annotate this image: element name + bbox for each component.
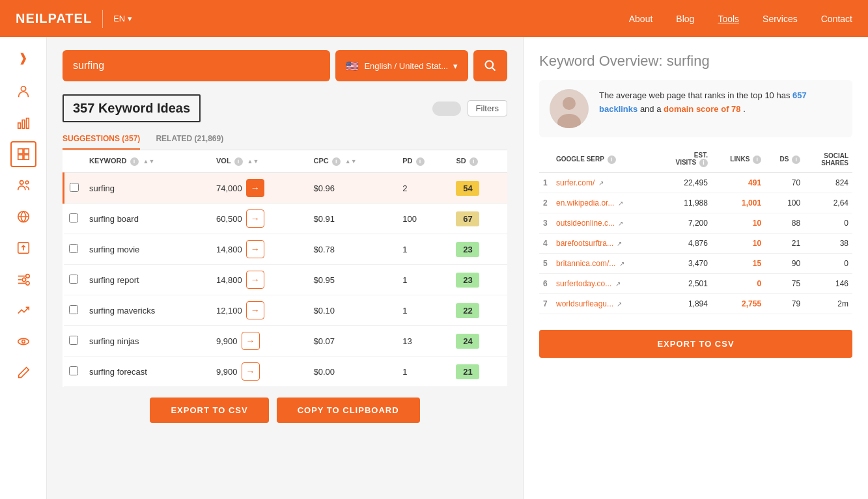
nav-tools[interactable]: Tools xyxy=(718,14,739,24)
sidebar-collapse-btn[interactable]: ❱ xyxy=(13,47,34,68)
col-vol: VOL i ▲▼ xyxy=(211,150,308,173)
row-checkbox-cell xyxy=(64,326,85,357)
keyword-link-btn[interactable]: → xyxy=(246,301,264,319)
row-checkbox-cell xyxy=(64,357,85,387)
row-checkbox[interactable] xyxy=(69,244,78,253)
nav-services[interactable]: Services xyxy=(763,14,798,24)
serp-row: 2 en.wikipedia.or... ↗ 11,988 1,001 100 … xyxy=(539,193,852,213)
table-row: surfing board 60,500 → $0.91 100 67 xyxy=(64,204,508,234)
sidebar-icon-pencil[interactable] xyxy=(10,360,36,386)
search-input[interactable] xyxy=(73,60,320,72)
nav-divider xyxy=(102,10,103,28)
serp-col-visits: EST.VISITS i xyxy=(656,148,711,173)
right-export-csv-btn[interactable]: EXPORT TO CSV xyxy=(539,330,852,358)
svg-point-8 xyxy=(20,181,23,185)
logo: NEILPATEL xyxy=(16,11,92,26)
right-export-row: EXPORT TO CSV xyxy=(539,325,852,358)
col-keyword: KEYWORD i ▲▼ xyxy=(84,150,211,173)
svg-point-17 xyxy=(25,282,29,286)
sidebar-icon-person[interactable] xyxy=(10,79,36,105)
row-keyword: surfing board xyxy=(84,204,211,234)
col-pd: PD i xyxy=(397,150,451,173)
row-keyword: surfing mavericks xyxy=(84,295,211,326)
sidebar-icon-chart[interactable] xyxy=(10,110,36,136)
sidebar-icon-grid[interactable] xyxy=(10,141,36,167)
row-keyword: surfing movie xyxy=(84,234,211,265)
serp-col-google: GOOGLE SERP i xyxy=(552,148,656,173)
table-row: surfing mavericks 12,100 → $0.10 1 22 xyxy=(64,295,508,326)
serp-site-link[interactable]: outsideonline.c... xyxy=(556,219,615,228)
search-bar: 🇺🇸 English / United Stat... ▾ xyxy=(63,50,507,81)
sidebar-icon-users[interactable] xyxy=(10,172,36,198)
serp-site-link[interactable]: worldsurfleagu... xyxy=(556,299,613,308)
serp-site-link[interactable]: en.wikipedia.or... xyxy=(556,198,614,208)
row-checkbox[interactable] xyxy=(70,183,79,192)
svg-point-13 xyxy=(25,275,29,278)
svg-point-18 xyxy=(18,338,29,344)
serp-col-shares: SOCIALSHARES xyxy=(804,148,852,173)
copy-clipboard-btn[interactable]: COPY TO CLIPBOARD xyxy=(277,398,420,423)
keyword-link-btn[interactable]: → xyxy=(246,209,264,228)
keyword-link-btn[interactable]: → xyxy=(242,332,260,350)
nav-about[interactable]: About xyxy=(629,14,653,24)
serp-site-link[interactable]: surfertoday.co... xyxy=(556,279,611,288)
svg-point-20 xyxy=(486,61,494,69)
tab-suggestions[interactable]: SUGGESTIONS (357) xyxy=(63,130,140,150)
sidebar-icon-search-list[interactable] xyxy=(10,266,36,292)
svg-rect-2 xyxy=(22,120,25,128)
serp-row: 1 surfer.com/ ↗ 22,495 491 70 824 xyxy=(539,173,852,193)
overview-card: The average web page that ranks in the t… xyxy=(539,80,852,137)
search-input-wrap xyxy=(63,50,330,81)
keyword-link-btn[interactable]: → xyxy=(246,179,264,197)
sidebar-icon-eye[interactable] xyxy=(10,329,36,355)
nav-contact[interactable]: Contact xyxy=(821,14,852,24)
tab-related[interactable]: RELATED (21,869) xyxy=(156,130,223,150)
row-checkbox-cell xyxy=(64,234,85,265)
keyword-table: KEYWORD i ▲▼ VOL i ▲▼ CPC i ▲▼ PD i xyxy=(63,150,507,387)
row-checkbox[interactable] xyxy=(69,336,78,345)
search-button[interactable] xyxy=(473,50,507,81)
svg-rect-5 xyxy=(23,149,28,154)
table-row: surfing report 14,800 → $0.95 1 23 xyxy=(64,265,508,295)
filters-button[interactable]: Filters xyxy=(468,100,507,116)
overview-text: The average web page that ranks in the t… xyxy=(599,89,842,116)
row-checkbox[interactable] xyxy=(69,366,78,375)
row-checkbox[interactable] xyxy=(69,213,78,223)
row-checkbox-cell xyxy=(64,295,85,326)
svg-point-23 xyxy=(563,97,576,110)
col-sd: SD i xyxy=(451,150,507,173)
export-row: EXPORT TO CSV COPY TO CLIPBOARD xyxy=(63,387,507,433)
svg-rect-1 xyxy=(18,123,20,128)
content-area: 🇺🇸 English / United Stat... ▾ 357 Keywor… xyxy=(47,37,523,499)
svg-point-15 xyxy=(22,278,26,282)
row-checkbox[interactable] xyxy=(69,275,78,284)
main-layout: ❱ xyxy=(0,37,868,499)
sidebar-icon-globe[interactable] xyxy=(10,204,36,230)
svg-point-0 xyxy=(21,87,25,91)
serp-site-link[interactable]: surfer.com/ xyxy=(556,178,595,187)
serp-row: 3 outsideonline.c... ↗ 7,200 10 88 0 xyxy=(539,213,852,234)
sidebar-icon-trending[interactable] xyxy=(10,297,36,323)
nav-blog[interactable]: Blog xyxy=(676,14,694,24)
svg-rect-3 xyxy=(26,118,29,129)
keyword-link-btn[interactable]: → xyxy=(246,271,264,289)
svg-point-9 xyxy=(25,181,29,184)
row-keyword: surfing xyxy=(84,173,211,204)
table-row: surfing forecast 9,900 → $0.00 1 21 xyxy=(64,357,508,387)
svg-rect-7 xyxy=(23,155,28,159)
keyword-link-btn[interactable]: → xyxy=(242,362,260,381)
row-checkbox-cell xyxy=(64,265,85,295)
row-keyword: surfing forecast xyxy=(84,357,211,387)
nav-lang[interactable]: EN ▾ xyxy=(113,14,132,23)
filter-toggle[interactable] xyxy=(432,101,461,116)
serp-col-links: LINKS i xyxy=(712,148,765,173)
serp-site-link[interactable]: barefootsurftra... xyxy=(556,239,613,248)
sidebar-icon-upload[interactable] xyxy=(10,235,36,261)
export-csv-btn[interactable]: EXPORT TO CSV xyxy=(150,398,268,423)
row-checkbox[interactable] xyxy=(69,305,78,314)
serp-row: 6 surfertoday.co... ↗ 2,501 0 75 146 xyxy=(539,274,852,294)
serp-row: 5 britannica.com/... ↗ 3,470 15 90 0 xyxy=(539,254,852,274)
keyword-link-btn[interactable]: → xyxy=(246,240,264,258)
lang-selector-btn[interactable]: 🇺🇸 English / United Stat... ▾ xyxy=(335,50,468,81)
serp-site-link[interactable]: britannica.com/... xyxy=(556,259,615,268)
